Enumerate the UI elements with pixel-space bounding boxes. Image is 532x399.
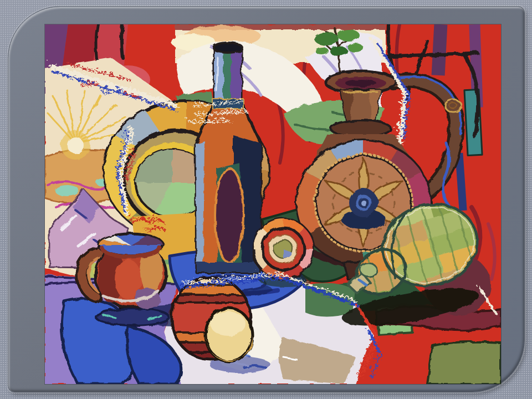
slide-frame <box>8 6 525 392</box>
painting-canvas <box>45 24 501 384</box>
painting-still-life <box>45 24 501 384</box>
slide-background <box>0 0 532 399</box>
